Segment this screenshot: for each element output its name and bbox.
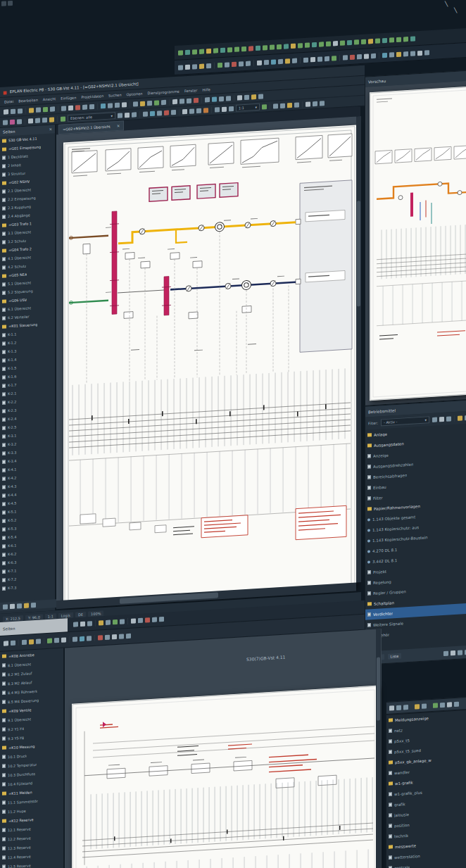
toolbar-icon[interactable]: [126, 634, 131, 639]
toolbar-icon[interactable]: [131, 618, 136, 623]
toolbar-icon[interactable]: [161, 99, 166, 104]
toolbar-icon[interactable]: [350, 54, 355, 59]
toolbar-icon[interactable]: [368, 39, 373, 44]
window2-canvas[interactable]: S30(7)GB-Vst 4.11: [65, 629, 382, 868]
toolbar-icon[interactable]: [25, 118, 25, 124]
toolbar-icon[interactable]: [152, 617, 157, 622]
toolbar-icon[interactable]: [87, 636, 92, 641]
toolbar-icon[interactable]: [361, 39, 366, 44]
toolbar-icon[interactable]: [49, 117, 54, 122]
toolbar-icon[interactable]: [24, 603, 29, 608]
toolbar-icon[interactable]: [219, 96, 224, 101]
toolbar-icon[interactable]: [278, 58, 283, 63]
toolbar-icon[interactable]: [31, 602, 36, 607]
toolbar-icon[interactable]: [212, 96, 217, 101]
zoom-combo[interactable]: 1:1▾: [236, 103, 260, 112]
toolbar-icon[interactable]: [298, 43, 303, 48]
toolbar-icon[interactable]: [410, 51, 415, 56]
menu-item[interactable]: Einfügen: [61, 95, 76, 100]
toolbar-icon[interactable]: [69, 636, 70, 643]
toolbar-icon[interactable]: [294, 102, 299, 107]
toolbar-icon[interactable]: [196, 108, 201, 113]
toolbar-icon[interactable]: [305, 42, 310, 47]
toolbar-icon[interactable]: [213, 48, 218, 53]
menu-item[interactable]: Ansicht: [43, 96, 56, 101]
toolbar-icon[interactable]: [215, 107, 220, 112]
toolbar-icon[interactable]: [95, 620, 96, 627]
toolbar-icon[interactable]: [22, 640, 27, 645]
toolbar-icon[interactable]: [312, 42, 317, 46]
toolbar-icon[interactable]: [17, 119, 22, 124]
toolbar-icon[interactable]: [244, 94, 249, 99]
toolbar-icon[interactable]: [10, 119, 15, 124]
toolbar-icon[interactable]: [389, 705, 394, 710]
toolbar-icon[interactable]: [201, 96, 202, 103]
toolbar-icon[interactable]: [248, 46, 253, 51]
toolbar-icon[interactable]: [199, 63, 204, 68]
toolbar-icon[interactable]: [28, 118, 33, 123]
toolbar-icon[interactable]: [178, 50, 183, 55]
toolbar-icon[interactable]: [227, 47, 232, 52]
navigator-tab[interactable]: Liste: [388, 653, 402, 660]
close-icon[interactable]: ✕: [49, 127, 52, 132]
toolbar-icon[interactable]: [396, 51, 401, 56]
toolbar-icon[interactable]: [206, 63, 211, 68]
toolbar-icon[interactable]: [118, 113, 122, 118]
toolbar-icon[interactable]: [451, 650, 455, 655]
window2-vertical-scrollbar[interactable]: [376, 629, 381, 868]
toolbar-icon[interactable]: [58, 105, 58, 111]
menu-item[interactable]: Datei: [4, 99, 13, 104]
toolbar-icon[interactable]: [415, 704, 420, 709]
toolbar-icon[interactable]: [371, 53, 376, 58]
toolbar-icon[interactable]: [280, 103, 285, 108]
toolbar-icon[interactable]: [130, 101, 130, 107]
toolbar-icon[interactable]: [99, 620, 103, 625]
toolbar-icon[interactable]: [42, 117, 47, 122]
toolbar-icon[interactable]: [284, 44, 289, 49]
toolbar-icon[interactable]: [379, 52, 379, 58]
toolbar-icon[interactable]: [433, 703, 438, 707]
toolbar-icon[interactable]: [239, 61, 244, 66]
toolbar-icon[interactable]: [29, 639, 34, 644]
toolbar-icon[interactable]: [133, 101, 138, 106]
toolbar-icon[interactable]: [354, 39, 359, 44]
close-icon[interactable]: ✕: [117, 124, 120, 128]
toolbar-icon[interactable]: [429, 703, 430, 709]
toolbar-icon[interactable]: [411, 703, 412, 710]
toolbar-icon[interactable]: [277, 44, 282, 49]
toolbar-icon[interactable]: [75, 105, 80, 110]
toolbar-icon[interactable]: [211, 106, 212, 113]
toolbar-icon[interactable]: [47, 639, 52, 643]
toolbar-icon[interactable]: [222, 106, 227, 111]
menu-item[interactable]: Projektdaten: [81, 94, 103, 99]
toolbar-icon[interactable]: [199, 49, 204, 54]
toolbar-icon[interactable]: [339, 54, 340, 61]
toolbar-icon[interactable]: [194, 97, 199, 102]
toolbar-icon[interactable]: [113, 619, 118, 624]
toolbar-icon[interactable]: [108, 103, 113, 108]
toolbar-icon[interactable]: [285, 58, 290, 63]
toolbar-icon[interactable]: [264, 59, 269, 64]
toolbar-icon[interactable]: [306, 101, 310, 106]
toolbar-icon[interactable]: [256, 45, 260, 50]
menu-item[interactable]: Optionen: [127, 92, 143, 96]
toolbar-icon[interactable]: [246, 61, 251, 65]
toolbar-icon[interactable]: [11, 108, 15, 113]
toolbar-icon[interactable]: [382, 37, 387, 42]
toolbar-icon[interactable]: [169, 99, 170, 105]
toolbar-icon[interactable]: [206, 48, 211, 53]
toolbar-icon[interactable]: [447, 702, 452, 707]
toolbar-icon[interactable]: [458, 415, 462, 420]
toolbar-icon[interactable]: [291, 43, 296, 48]
toolbar-icon[interactable]: [145, 617, 150, 622]
toolbar-icon[interactable]: [11, 641, 15, 646]
toolbar-icon[interactable]: [203, 108, 208, 113]
toolbar-icon[interactable]: [364, 54, 369, 58]
toolbar-icon[interactable]: [443, 650, 448, 655]
toolbar-icon[interactable]: [325, 56, 329, 61]
preview-canvas[interactable]: [365, 80, 466, 405]
toolbar-icon[interactable]: [251, 94, 256, 99]
toolbar-icon[interactable]: [178, 65, 183, 70]
toolbar-icon[interactable]: [147, 100, 152, 105]
toolbar-icon[interactable]: [185, 64, 190, 69]
